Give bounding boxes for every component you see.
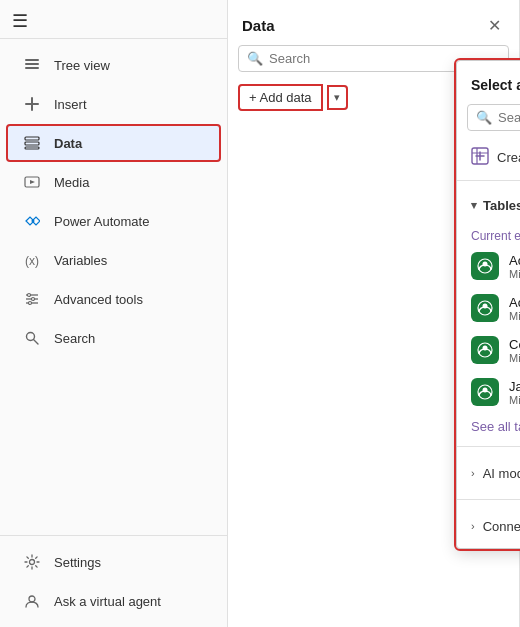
sidebar-item-advanced-tools[interactable]: Advanced tools	[6, 280, 221, 318]
select-datasource-panel: Select a data source ✕ 🔍 Create new tabl…	[456, 60, 520, 549]
power-automate-icon	[22, 211, 42, 231]
svg-point-14	[28, 294, 31, 297]
layers-icon	[22, 55, 42, 75]
sidebar: ☰ Tree view Insert	[0, 0, 228, 627]
sidebar-item-variables[interactable]: (x) Variables	[6, 241, 221, 279]
ai-models-section[interactable]: › AI models ···	[457, 451, 520, 495]
ds-item-activities[interactable]: Activities Microsoft Dataverse	[457, 287, 520, 329]
sidebar-item-ask-agent[interactable]: Ask a virtual agent	[6, 582, 221, 620]
contacts-info: Contacts Microsoft Dataverse	[509, 337, 520, 364]
ds-item-contacts[interactable]: Contacts Microsoft Dataverse	[457, 329, 520, 371]
sidebar-item-tree-view[interactable]: Tree view	[6, 46, 221, 84]
sakura-sub: Microsoft Dataverse	[509, 394, 520, 406]
svg-rect-6	[25, 142, 39, 145]
data-panel-close-button[interactable]: ✕	[484, 14, 505, 37]
activities-sub: Microsoft Dataverse	[509, 310, 520, 322]
svg-rect-1	[25, 63, 39, 65]
add-data-button[interactable]: + Add data	[238, 84, 323, 111]
sidebar-item-insert[interactable]: Insert	[6, 85, 221, 123]
sidebar-item-data[interactable]: Data	[6, 124, 221, 162]
chevron-down-icon: ▾	[471, 199, 477, 212]
sds-search-box[interactable]: 🔍	[467, 104, 520, 131]
svg-rect-5	[25, 137, 39, 140]
chevron-right-icon: ›	[471, 467, 475, 479]
svg-point-19	[30, 560, 35, 565]
sakura-icon	[471, 378, 499, 406]
svg-line-18	[34, 340, 39, 345]
create-table-row[interactable]: Create new table	[457, 139, 520, 176]
sidebar-top: ☰	[0, 0, 227, 39]
advanced-tools-icon	[22, 289, 42, 309]
sidebar-items: Tree view Insert Data	[0, 39, 227, 535]
sidebar-item-power-automate[interactable]: Power Automate	[6, 202, 221, 240]
variables-icon: (x)	[22, 250, 42, 270]
sidebar-item-label: Variables	[54, 253, 107, 268]
hamburger-icon[interactable]: ☰	[8, 7, 32, 35]
settings-icon	[22, 552, 42, 572]
data-icon	[22, 133, 42, 153]
search-icon	[22, 328, 42, 348]
activities-icon	[471, 294, 499, 322]
see-all-tables-link[interactable]: See all tables	[457, 413, 520, 442]
plus-icon	[22, 94, 42, 114]
accounts-sub: Microsoft Dataverse	[509, 268, 520, 280]
connectors-left: › Connectors	[471, 519, 520, 534]
sakura-info: Japanese Sakura Flower Trees Microsoft D…	[509, 379, 520, 406]
sds-header: Select a data source ✕	[457, 61, 520, 104]
svg-point-16	[29, 302, 32, 305]
svg-point-20	[29, 596, 35, 602]
data-panel-title: Data	[242, 17, 275, 34]
add-data-chevron-button[interactable]: ▾	[327, 85, 348, 110]
accounts-name: Accounts	[509, 253, 520, 268]
accounts-icon	[471, 252, 499, 280]
sds-search-icon: 🔍	[476, 110, 492, 125]
svg-rect-0	[25, 67, 39, 69]
accounts-info: Accounts Microsoft Dataverse	[509, 253, 520, 280]
section-divider-1	[457, 180, 520, 181]
create-table-icon	[471, 147, 489, 168]
search-icon: 🔍	[247, 51, 263, 66]
sidebar-bottom: Settings Ask a virtual agent	[0, 535, 227, 627]
current-environment-label: Current environment	[457, 225, 520, 245]
sidebar-item-media[interactable]: Media	[6, 163, 221, 201]
sidebar-item-label: Ask a virtual agent	[54, 594, 161, 609]
sidebar-item-label: Advanced tools	[54, 292, 143, 307]
sds-title: Select a data source	[471, 77, 520, 93]
contacts-icon	[471, 336, 499, 364]
sidebar-item-settings[interactable]: Settings	[6, 543, 221, 581]
svg-marker-9	[30, 180, 35, 184]
connectors-section[interactable]: › Connectors ···	[457, 504, 520, 548]
sidebar-item-search[interactable]: Search	[6, 319, 221, 357]
sidebar-item-label: Media	[54, 175, 89, 190]
sds-search-input[interactable]	[498, 110, 520, 125]
data-panel-header: Data ✕	[228, 0, 519, 45]
tables-section-header[interactable]: ▾ Tables ···	[457, 185, 520, 225]
ds-item-accounts[interactable]: Accounts Microsoft Dataverse	[457, 245, 520, 287]
sakura-name: Japanese Sakura Flower Trees	[509, 379, 520, 394]
ai-models-left: › AI models	[471, 466, 520, 481]
svg-rect-7	[25, 147, 39, 149]
main-panel: Data ✕ 🔍 + Add data ▾ ··· Select a data …	[228, 0, 520, 627]
svg-point-15	[32, 298, 35, 301]
ds-item-sakura[interactable]: Japanese Sakura Flower Trees Microsoft D…	[457, 371, 520, 413]
section-header-left: ▾ Tables	[471, 198, 520, 213]
agent-icon	[22, 591, 42, 611]
chevron-right-icon-2: ›	[471, 520, 475, 532]
sidebar-item-label: Settings	[54, 555, 101, 570]
section-divider-2	[457, 446, 520, 447]
svg-point-33	[483, 388, 488, 393]
activities-info: Activities Microsoft Dataverse	[509, 295, 520, 322]
media-icon	[22, 172, 42, 192]
contacts-sub: Microsoft Dataverse	[509, 352, 520, 364]
svg-text:(x): (x)	[25, 254, 39, 268]
sidebar-item-label: Insert	[54, 97, 87, 112]
sidebar-item-label: Tree view	[54, 58, 110, 73]
svg-point-31	[483, 346, 488, 351]
activities-name: Activities	[509, 295, 520, 310]
section-divider-3	[457, 499, 520, 500]
svg-rect-2	[25, 59, 39, 61]
sidebar-item-label: Power Automate	[54, 214, 149, 229]
tables-section-label: Tables	[483, 198, 520, 213]
sidebar-item-label: Search	[54, 331, 95, 346]
svg-point-29	[483, 304, 488, 309]
